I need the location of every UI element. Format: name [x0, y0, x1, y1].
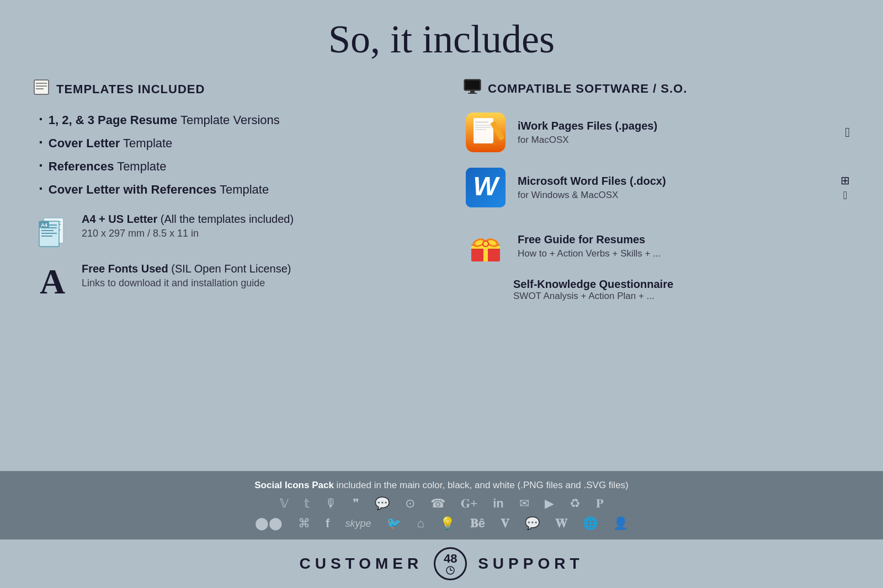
software-section-title: COMPATIBLE SOFTWARE / S.O.	[488, 82, 687, 96]
a4-feature-text: A4 + US Letter (All the templates includ…	[82, 213, 294, 239]
iwork-icon	[464, 110, 508, 154]
social-bar-bold: Social Icons Pack	[254, 480, 334, 490]
iwork-subtitle: for MacOSX	[518, 135, 835, 146]
svg-rect-20	[468, 93, 477, 94]
svg-rect-18	[465, 81, 480, 89]
word-subtitle: for Windows & MacOSX	[518, 190, 831, 201]
guide-icon	[464, 224, 508, 268]
svg-rect-19	[470, 90, 475, 93]
social-bar: Social Icons Pack included in the main c…	[0, 471, 883, 539]
skype-icon: skype	[345, 518, 371, 530]
word-text: Microsoft Word Files (.docx) for Windows…	[518, 175, 831, 201]
fonts-feature-subtitle: Links to download it and installation gu…	[82, 277, 291, 289]
social-bar-normal: included in the main color, black, and w…	[337, 480, 629, 490]
footer-badge: 48	[434, 547, 467, 580]
rss-icon: ⌘	[298, 516, 310, 531]
pages-app-icon	[466, 113, 506, 152]
feature-fonts: A Free Fonts Used (SIL Open Font License…	[33, 263, 419, 301]
iwork-item: iWork Pages Files (.pages) for MacOSX 	[464, 110, 850, 154]
social-icons-row-1: 𝕍 𝕥 🎙 ❞ 💬 ⊙ ☎ 𝐆+ in ✉ ▶ ♻ 𝐏	[280, 496, 603, 511]
social-icons-row-2: ⬤⬤ ⌘ f skype 🐦 ⌂ 💡 𝐁ê 𝐕 💬 𝐖 🌐 👤	[255, 516, 628, 531]
svg-rect-26	[475, 129, 486, 130]
svg-rect-0	[34, 80, 49, 94]
svg-text:A4: A4	[41, 222, 47, 228]
questionnaire-title: Self-Knowledge Questionnaire	[513, 278, 850, 291]
extras-section: Free Guide for Resumes How to + Action V…	[464, 224, 850, 302]
svg-rect-24	[475, 125, 492, 126]
phone-icon: ☎	[430, 496, 445, 511]
footer-badge-number: 48	[444, 552, 457, 566]
svg-rect-2	[36, 85, 47, 87]
a4-feature-subtitle: 210 x 297 mm / 8.5 x 11 in	[82, 228, 294, 239]
iwork-text: iWork Pages Files (.pages) for MacOSX	[518, 120, 835, 146]
guide-title: Free Guide for Resumes	[518, 233, 850, 246]
main-container: So, it includes TEMPLATES INCLUDED	[0, 0, 883, 588]
svg-rect-1	[36, 83, 47, 84]
content-area: TEMPLATES INCLUDED 1, 2, & 3 Page Resume…	[0, 73, 883, 471]
quote-icon: ❞	[353, 496, 359, 511]
guide-item: Free Guide for Resumes How to + Action V…	[464, 224, 850, 268]
footer-badge-subtext	[438, 566, 462, 576]
twitter-icon: 🐦	[386, 516, 401, 531]
footer-left-text: CUSTOMER	[299, 555, 423, 573]
apple-icon-2: 	[843, 189, 847, 202]
svg-text:W: W	[473, 172, 500, 201]
templates-section-title: TEMPLATES INCLUDED	[56, 82, 205, 97]
apple-icon: 	[845, 125, 850, 140]
vimeo-icon: 𝕍	[280, 496, 289, 511]
template-item-4: Cover Letter with References Template	[39, 180, 419, 197]
home-icon: ⌂	[417, 516, 424, 531]
windows-icon: ⊞	[841, 174, 850, 187]
template-item-2: Cover Letter Template	[39, 133, 419, 151]
template-item-1: 1, 2, & 3 Page Resume Template Versions	[39, 110, 419, 128]
templates-icon	[33, 79, 50, 99]
header: So, it includes	[0, 0, 883, 73]
guide-subtitle: How to + Action Verbs + Skills + ...	[518, 248, 850, 259]
template-item-3: References Template	[39, 157, 419, 174]
software-items: iWork Pages Files (.pages) for MacOSX 	[464, 110, 850, 210]
template-list: 1, 2, & 3 Page Resume Template Versions …	[33, 110, 419, 197]
tumblr-icon: 𝕥	[304, 496, 310, 511]
questionnaire-subtitle: SWOT Analysis + Action Plan + ...	[513, 291, 850, 302]
facebook-icon: f	[326, 516, 329, 531]
vine-icon: 𝐕	[501, 516, 509, 531]
iwork-title: iWork Pages Files (.pages)	[518, 120, 835, 132]
software-section-header: COMPATIBLE SOFTWARE / S.O.	[464, 79, 850, 98]
svg-point-40	[483, 242, 488, 246]
word-item: W Microsoft Word Files (.docx) for Windo…	[464, 165, 850, 210]
behance-icon: 𝐁ê	[470, 516, 485, 531]
globe-icon: 🌐	[583, 516, 598, 531]
guide-text: Free Guide for Resumes How to + Action V…	[518, 233, 850, 259]
wordpress-icon: 𝐖	[555, 516, 567, 531]
monitor-icon	[464, 79, 481, 98]
chat-icon: 💬	[375, 496, 390, 511]
svg-rect-23	[475, 121, 488, 123]
questionnaire-item: Self-Knowledge Questionnaire SWOT Analys…	[464, 278, 850, 302]
templates-section-header: TEMPLATES INCLUDED	[33, 79, 419, 99]
font-a-glyph: A	[40, 264, 65, 300]
pinterest-icon: 𝐏	[596, 496, 603, 511]
fonts-feature-title: Free Fonts Used (SIL Open Font License)	[82, 263, 291, 275]
flickr-icon: ⬤⬤	[255, 516, 283, 531]
linkedin-icon: in	[493, 496, 504, 511]
left-column: TEMPLATES INCLUDED 1, 2, & 3 Page Resume…	[33, 79, 419, 466]
word-app-icon: W	[466, 168, 506, 207]
iwork-os-icons: 	[845, 125, 850, 140]
person-icon: 👤	[613, 516, 628, 531]
word-icon: W	[464, 165, 508, 210]
whatsapp-icon: 💬	[525, 516, 540, 531]
word-os-icons: ⊞ 	[841, 174, 850, 202]
gift-box-icon	[466, 226, 506, 266]
svg-rect-14	[41, 236, 52, 237]
fonts-icon: A	[33, 263, 72, 301]
refresh-icon: ♻	[570, 496, 581, 511]
social-bar-description: Social Icons Pack included in the main c…	[254, 480, 629, 491]
fonts-feature-text: Free Fonts Used (SIL Open Font License) …	[82, 263, 291, 289]
feature-a4: A4 A4 + US Letter (All the templates inc…	[33, 213, 419, 252]
footer: CUSTOMER 48 SUPPORT	[0, 539, 883, 588]
svg-rect-25	[475, 127, 491, 128]
bulb-icon: 💡	[440, 516, 455, 531]
page-title: So, it includes	[0, 17, 883, 62]
footer-right-text: SUPPORT	[478, 555, 583, 573]
a4-icon: A4	[33, 213, 72, 252]
